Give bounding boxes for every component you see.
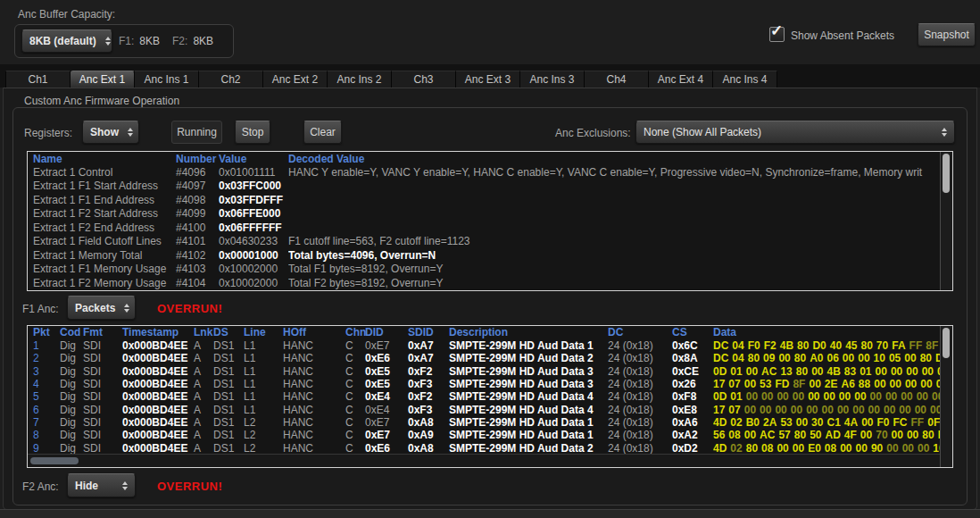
data-byte: F2: [764, 339, 777, 352]
data-byte: 40: [830, 339, 842, 352]
f1-anc-select[interactable]: Packets: [67, 296, 136, 320]
data-byte: 00: [868, 404, 880, 416]
data-byte: 80: [794, 352, 806, 364]
tab-anc-ext-3[interactable]: Anc Ext 3: [456, 71, 520, 88]
packet-table-vscrollbar[interactable]: [940, 326, 952, 467]
register-value: 0x03FFDFFF: [219, 194, 288, 207]
register-row[interactable]: Extract 1 Control#40960x01001111HANC Y e…: [28, 166, 941, 180]
packet-hoff: HANC: [283, 416, 345, 429]
packet-line: L1: [244, 378, 283, 390]
register-row[interactable]: Extract 1 F1 End Address#40980x03FFDFFF: [28, 194, 941, 207]
f2-anc-select-value: Hide: [75, 480, 98, 492]
packet-row[interactable]: 3DigSDI0x000BD4EEADS1L1HANCC0xE50xF2SMPT…: [28, 365, 941, 378]
packet-row[interactable]: 2DigSDI0x000BD4EEADS1L1HANCC0xE60xA7SMPT…: [28, 352, 941, 364]
packet-timestamp: 0x000BD4EE: [122, 404, 194, 416]
packet-row[interactable]: 4DigSDI0x000BD4EEADS1L1HANCC0xE50xF3SMPT…: [28, 378, 941, 390]
packet-number: 2: [33, 352, 60, 364]
running-button[interactable]: Running: [171, 121, 222, 144]
show-absent-packets-checkbox[interactable]: ✓: [769, 27, 785, 42]
packet-number: 9: [33, 442, 60, 455]
packet-cod: Dig: [60, 365, 83, 378]
anc-buffer-capacity-label: Anc Buffer Capacity:: [18, 8, 115, 21]
f1-overrun-status: OVERRUN!: [157, 302, 222, 315]
tab-anc-ins-1[interactable]: Anc Ins 1: [135, 71, 199, 88]
tab-anc-ins-4[interactable]: Anc Ins 4: [713, 71, 777, 88]
packet-row[interactable]: 7DigSDI0x000BD4EEADS1L2HANCC0xE70xA8SMPT…: [28, 416, 941, 429]
packet-cs: 0xE8: [672, 404, 713, 416]
packet-col-header-13: CS: [672, 326, 713, 339]
data-byte: 80: [861, 339, 873, 352]
f2-anc-select[interactable]: Hide: [67, 473, 136, 497]
data-byte: 00: [744, 378, 756, 390]
data-byte: FC: [893, 416, 908, 429]
data-byte: 02: [730, 416, 742, 429]
packet-line: L2: [244, 442, 283, 455]
packet-col-header-7: HOff: [283, 326, 345, 339]
tab-anc-ext-2[interactable]: Anc Ext 2: [263, 71, 328, 88]
clear-button[interactable]: Clear: [303, 121, 342, 144]
scrollbar-thumb[interactable]: [943, 154, 950, 193]
register-row[interactable]: Extract 1 F2 Start Address#40990x06FFE00…: [28, 207, 941, 221]
f2-label: F2:: [172, 35, 187, 47]
data-byte: 13: [780, 365, 792, 378]
scrollbar-thumb[interactable]: [943, 328, 950, 358]
tab-ch1[interactable]: Ch1: [5, 71, 71, 88]
register-name: Extract 1 F2 Start Address: [33, 207, 176, 221]
packet-chn: C: [345, 442, 365, 455]
buffer-capacity-select[interactable]: 8KB (default): [21, 29, 112, 53]
packet-description: SMPTE-299M HD Aud Data 4: [449, 404, 608, 416]
scrollbar-thumb[interactable]: [30, 457, 79, 464]
tab-anc-ext-4[interactable]: Anc Ext 4: [649, 71, 713, 88]
snapshot-button[interactable]: Snapshot: [918, 23, 976, 46]
tab-ch2[interactable]: Ch2: [199, 71, 263, 88]
chevron-updown-icon: [122, 481, 128, 490]
packet-sdid: 0xF3: [408, 378, 449, 390]
register-row[interactable]: Extract 1 F1 Memory Usage#41030x10002000…: [28, 263, 941, 276]
packet-did: 0xE5: [365, 378, 408, 390]
tab-ch3[interactable]: Ch3: [392, 71, 456, 88]
packet-number: 8: [33, 429, 60, 441]
packet-table-hscrollbar[interactable]: [28, 454, 941, 467]
registers-select[interactable]: Show: [82, 121, 139, 144]
tab-anc-ext-1[interactable]: Anc Ext 1: [71, 71, 135, 88]
packet-ds: DS1: [213, 429, 244, 441]
packet-row[interactable]: 9DigSDI0x000BD4EEADS1L2HANCC0xE60xA8SMPT…: [28, 442, 941, 455]
packet-cs: 0xF8: [672, 390, 713, 403]
data-byte: FA: [892, 339, 905, 352]
register-number: #4099: [176, 207, 219, 221]
register-row[interactable]: Extract 1 Memory Total#41020x00001000Tot…: [28, 249, 941, 263]
data-byte: FF: [911, 416, 925, 429]
packet-description: SMPTE-299M HD Aud Data 1: [449, 429, 608, 441]
packet-row[interactable]: 6DigSDI0x000BD4EEADS1L1HANCC0xE40xF3SMPT…: [28, 404, 941, 416]
packet-row[interactable]: 1DigSDI0x000BD4EEADS1L1HANCC0xE70xA7SMPT…: [28, 339, 941, 352]
register-row[interactable]: Extract 1 F2 End Address#41000x06FFFFFF: [28, 221, 941, 235]
data-byte: AC: [760, 429, 775, 441]
register-decoded-value: Total bytes=4096, Overrun=N: [288, 249, 941, 263]
registers-select-value: Show: [90, 126, 119, 138]
packet-col-header-4: Lnk: [194, 326, 213, 339]
register-row[interactable]: Extract 1 F2 Memory Usage#41040x10002000…: [28, 277, 941, 290]
anc-exclusions-select[interactable]: None (Show All Packets): [635, 121, 955, 144]
data-byte: 00: [775, 404, 786, 416]
packet-col-header-0: Pkt: [33, 326, 60, 339]
packet-hoff: HANC: [283, 365, 345, 378]
tab-ch4[interactable]: Ch4: [585, 71, 649, 88]
packet-row[interactable]: 5DigSDI0x000BD4EEADS1L1HANCC0xE40xF2SMPT…: [28, 390, 941, 403]
data-byte: FD: [775, 378, 789, 390]
packet-row[interactable]: 8DigSDI0x000BD4EEADS1L2HANCC0xE70xA9SMPT…: [28, 429, 941, 441]
tab-anc-ins-3[interactable]: Anc Ins 3: [520, 71, 585, 88]
data-byte: 80: [794, 429, 806, 441]
register-row[interactable]: Extract 1 F1 Start Address#40970x03FFC00…: [28, 180, 941, 193]
data-byte: 80: [922, 429, 934, 441]
data-byte: 90: [871, 442, 883, 455]
data-byte: 4B: [780, 339, 793, 352]
register-table-vscrollbar[interactable]: [940, 152, 952, 290]
packet-data: 0D0100000000000000000000000000: [713, 390, 941, 403]
packet-cs: 0xCE: [672, 365, 713, 378]
packet-did: 0xE4: [365, 404, 408, 416]
tab-anc-ins-2[interactable]: Anc Ins 2: [328, 71, 392, 88]
stop-button[interactable]: Stop: [235, 121, 270, 144]
register-value: 0x06FFE000: [219, 207, 288, 221]
register-row[interactable]: Extract 1 Field Cutoff Lines#41010x04630…: [28, 235, 941, 248]
data-byte: 00: [907, 429, 918, 441]
